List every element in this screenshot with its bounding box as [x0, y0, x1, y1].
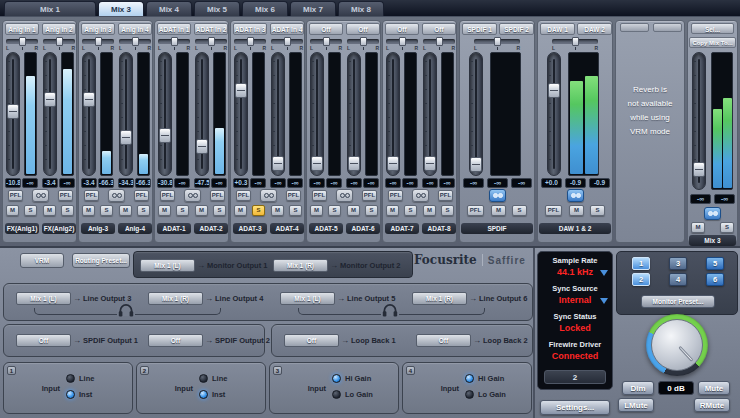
fader-track[interactable]: [6, 52, 20, 176]
solo-button[interactable]: S: [441, 205, 454, 216]
pan-handle[interactable]: [360, 37, 367, 46]
tab-mix-1[interactable]: Mix 1: [4, 1, 96, 16]
mute-button[interactable]: M: [569, 205, 584, 216]
pan-handle[interactable]: [399, 37, 406, 46]
stereo-link-button[interactable]: [184, 189, 201, 202]
input-select-button[interactable]: ADAT In 3: [233, 23, 267, 35]
fader-track[interactable]: [158, 52, 172, 176]
stereo-link-button[interactable]: [336, 189, 353, 202]
solo-button[interactable]: S: [24, 205, 37, 216]
solo-button[interactable]: S: [252, 205, 265, 216]
pan-handle[interactable]: [208, 37, 215, 46]
fader-track[interactable]: [386, 52, 400, 176]
route-source-button[interactable]: Off: [16, 334, 71, 347]
fader-handle[interactable]: [272, 156, 284, 171]
pfl-button[interactable]: PFL: [312, 190, 327, 201]
vrm-button[interactable]: VRM: [20, 253, 64, 268]
mix-select-button[interactable]: Sel...: [691, 23, 734, 34]
input-type-radio-hi-gain[interactable]: [332, 374, 341, 383]
pfl-button[interactable]: PFL: [362, 190, 377, 201]
mute-button[interactable]: M: [119, 205, 132, 216]
status-value-sync-source[interactable]: Internal: [538, 295, 612, 305]
mute-button[interactable]: M: [271, 205, 284, 216]
tab-mix-4[interactable]: Mix 4: [146, 1, 192, 16]
solo-button[interactable]: S: [137, 205, 150, 216]
tab-mix-7[interactable]: Mix 7: [290, 1, 336, 16]
fader-track[interactable]: [347, 52, 361, 176]
solo-button[interactable]: S: [404, 205, 417, 216]
pfl-button[interactable]: PFL: [388, 190, 403, 201]
input-select-button[interactable]: Off: [385, 23, 419, 35]
dropdown-arrow-icon[interactable]: [600, 270, 608, 276]
route-source-button[interactable]: Off: [416, 334, 471, 347]
input-select-button[interactable]: ADAT In 4: [270, 23, 304, 35]
route-source-button[interactable]: Mix 1 (L): [280, 292, 335, 305]
solo-button[interactable]: S: [100, 205, 113, 216]
pan-handle[interactable]: [19, 37, 26, 46]
pan-handle[interactable]: [132, 37, 139, 46]
mute-button[interactable]: Mute: [698, 381, 730, 395]
pfl-button[interactable]: PFL: [160, 190, 175, 201]
fader-track[interactable]: [195, 52, 209, 176]
input-select-button[interactable]: Anlg In 2: [42, 23, 76, 35]
pan-handle[interactable]: [95, 37, 102, 46]
pfl-button[interactable]: PFL: [286, 190, 301, 201]
pan-slider[interactable]: LR: [347, 37, 379, 51]
stereo-link-button[interactable]: [260, 189, 277, 202]
fader-handle[interactable]: [548, 83, 560, 98]
monitor-speaker-button-4[interactable]: 4: [669, 273, 687, 286]
pan-handle[interactable]: [436, 37, 443, 46]
pfl-button[interactable]: PFL: [210, 190, 225, 201]
pfl-button[interactable]: PFL: [84, 190, 99, 201]
fader-track[interactable]: [310, 52, 324, 176]
pfl-button[interactable]: PFL: [438, 190, 453, 201]
mute-button[interactable]: M: [195, 205, 208, 216]
pan-slider[interactable]: LR: [195, 37, 227, 51]
solo-button[interactable]: S: [720, 222, 734, 233]
monitor-speaker-button-5[interactable]: 5: [706, 257, 724, 270]
monitor-preset-button[interactable]: Monitor Preset...: [641, 295, 715, 308]
fader-track[interactable]: [234, 52, 248, 176]
fader-handle[interactable]: [424, 156, 436, 171]
input-type-radio-inst[interactable]: [199, 390, 208, 399]
solo-button[interactable]: S: [176, 205, 189, 216]
pan-handle[interactable]: [323, 37, 330, 46]
mute-button[interactable]: M: [43, 205, 56, 216]
stereo-link-button[interactable]: [412, 189, 429, 202]
solo-button[interactable]: S: [328, 205, 341, 216]
stereo-link-button[interactable]: [704, 207, 721, 220]
monitor-volume-knob[interactable]: [646, 314, 708, 376]
pan-slider[interactable]: LR: [552, 37, 598, 51]
pan-slider[interactable]: LR: [423, 37, 455, 51]
route-source-button[interactable]: Mix 1 (R): [412, 292, 467, 305]
route-source-button[interactable]: Mix 1 (R): [148, 292, 203, 305]
fader-track[interactable]: [119, 52, 133, 176]
pfl-button[interactable]: PFL: [545, 205, 562, 216]
pan-slider[interactable]: LR: [43, 37, 75, 51]
status-value-sample-rate[interactable]: 44.1 kHz: [538, 267, 612, 277]
fader-track[interactable]: [82, 52, 96, 176]
pan-slider[interactable]: LR: [271, 37, 303, 51]
pan-handle[interactable]: [56, 37, 63, 46]
pfl-button[interactable]: PFL: [236, 190, 251, 201]
left-mute-button[interactable]: LMute: [618, 398, 654, 412]
tab-mix-8[interactable]: Mix 8: [338, 1, 384, 16]
mute-button[interactable]: M: [158, 205, 171, 216]
pan-slider[interactable]: LR: [158, 37, 190, 51]
pan-slider[interactable]: LR: [82, 37, 114, 51]
dim-button[interactable]: Dim: [622, 381, 654, 395]
fader-handle[interactable]: [120, 130, 132, 145]
stereo-link-button[interactable]: [567, 189, 584, 202]
monitor-speaker-button-6[interactable]: 6: [706, 273, 724, 286]
monitor-speaker-button-3[interactable]: 3: [669, 257, 687, 270]
fader-handle[interactable]: [387, 156, 399, 171]
tab-mix-6[interactable]: Mix 6: [242, 1, 288, 16]
stereo-link-button[interactable]: [108, 189, 125, 202]
monitor-speaker-button-1[interactable]: 1: [632, 257, 650, 270]
solo-button[interactable]: S: [512, 205, 527, 216]
monitor-speaker-button-2[interactable]: 2: [632, 273, 650, 286]
input-type-radio-lo-gain[interactable]: [465, 390, 474, 399]
input-select-button[interactable]: Anlg In 1: [5, 23, 39, 35]
fader-handle[interactable]: [44, 92, 56, 107]
fader-track[interactable]: [469, 52, 483, 176]
